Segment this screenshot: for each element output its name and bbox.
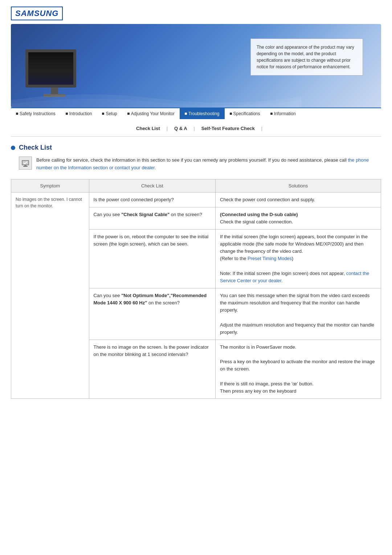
nav-bullet-icon [185, 113, 187, 115]
solution-cell: The monitor is in PowerSaver mode. Press… [216, 340, 381, 398]
nav-bullet-icon [66, 113, 68, 115]
check-cell: Can you see "Not Optimum Mode","Recommen… [89, 288, 216, 340]
nav-label: Setup [106, 111, 117, 116]
subnav-selftest[interactable]: Self-Test Feature Check [195, 124, 261, 133]
nav-bullet-icon [102, 113, 104, 115]
nav-label: Adjusting Your Monitor [131, 111, 175, 116]
checklist-table: Symptom Check List Solutions No images o… [11, 179, 381, 399]
brand-logo: SAMSUNG [11, 7, 63, 20]
symptom-cell: No images on the screen. I cannot turn o… [11, 192, 89, 398]
check-cell: Can you see "Check Signal Cable" on the … [89, 207, 216, 229]
nav-troubleshooting[interactable]: Troubleshooting [180, 108, 225, 119]
nav-specifications[interactable]: Specifications [225, 108, 265, 119]
navbar: Safety Instructions Introduction Setup A… [11, 108, 381, 119]
header: SAMSUNG [0, 0, 392, 20]
nav-bullet-icon [16, 113, 18, 115]
svg-rect-3 [23, 166, 28, 167]
hero-disclaimer-box: The color and appearance of the product … [250, 39, 363, 76]
solution-bold: (Connected using the D-sub cable) [220, 212, 298, 217]
col-symptom: Symptom [11, 179, 89, 192]
check-cell: There is no image on the screen. Is the … [89, 340, 216, 398]
col-checklist: Check List [89, 179, 216, 192]
section-intro: Before calling for service, check the in… [11, 157, 381, 172]
nav-bullet-icon [127, 113, 130, 115]
intro-icon [19, 157, 32, 170]
nav-bullet-icon [270, 113, 273, 115]
preset-timing-link[interactable]: Preset Timing Modes [248, 256, 292, 261]
solution-cell: Check the power cord connection and supp… [216, 192, 381, 207]
section-title: Check List [19, 144, 52, 151]
service-center-link[interactable]: contact the Service Center or your deale… [220, 271, 369, 283]
hero-banner: The color and appearance of the product … [11, 24, 381, 108]
check-bold: "Not Optimum Mode","Recommended Mode 144… [94, 293, 207, 305]
subnav-qa[interactable]: Q & A [168, 124, 194, 133]
solution-cell: You can see this message when the signal… [216, 288, 381, 340]
solution-cell: If the initial screen (the login screen)… [216, 230, 381, 288]
intro-paragraph: Before calling for service, check the in… [36, 157, 381, 172]
svg-rect-2 [24, 165, 26, 166]
nav-introduction[interactable]: Introduction [61, 108, 97, 119]
main-content: Check List Before calling for service, c… [11, 137, 381, 406]
subnav-checklist[interactable]: Check List [130, 124, 167, 133]
check-cell: Is the power cord connected properly? [89, 192, 216, 207]
section-header: Check List [11, 144, 381, 151]
subnav-sep-3: | [261, 126, 262, 131]
nav-label: Introduction [69, 111, 92, 116]
nav-label: Specifications [233, 111, 260, 116]
check-bold: "Check Signal Cable" [121, 212, 170, 217]
nav-information[interactable]: Information [265, 108, 301, 119]
check-cell: If the power is on, reboot the computer … [89, 230, 216, 288]
intro-text-main: Before calling for service, check the in… [36, 157, 348, 163]
table-row: No images on the screen. I cannot turn o… [11, 192, 381, 207]
section-dot-icon [11, 146, 15, 150]
col-solutions: Solutions [216, 179, 381, 192]
hero-disclaimer-text: The color and appearance of the product … [257, 45, 354, 69]
nav-safety-instructions[interactable]: Safety Instructions [11, 108, 61, 119]
nav-label: Safety Instructions [20, 111, 56, 116]
nav-label: Troubleshooting [188, 111, 220, 116]
subnav: Check List | Q & A | Self-Test Feature C… [11, 119, 381, 137]
nav-adjusting-monitor[interactable]: Adjusting Your Monitor [122, 108, 180, 119]
nav-bullet-icon [230, 113, 232, 115]
nav-setup[interactable]: Setup [97, 108, 122, 119]
solution-cell: (Connected using the D-sub cable) Check … [216, 207, 381, 229]
nav-label: Information [274, 111, 296, 116]
